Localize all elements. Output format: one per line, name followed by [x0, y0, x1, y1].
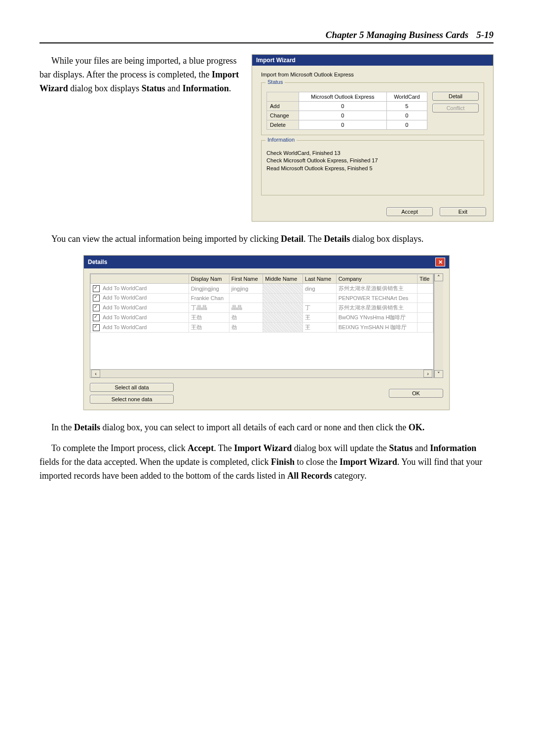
cell [417, 303, 433, 313]
table-row: Add To WorldCard 丁晶晶 晶晶 丁 苏州太湖水星游艇俱销售主 [91, 303, 433, 313]
cell: 丁晶晶 [189, 303, 229, 313]
col-title: Title [417, 274, 433, 284]
details-dialog: Details ✕ Display Nam First Name Middle … [83, 255, 450, 410]
cell [263, 294, 303, 303]
cell [303, 294, 336, 303]
status-fieldset: Status Microsoft Outlook Express WorldCa… [261, 82, 484, 135]
text: fields for the data accepted. When the u… [39, 457, 271, 467]
paragraph-2: You can view the actual information bein… [39, 232, 494, 246]
cell: 苏州太湖水星游艇俱销售主 [336, 284, 417, 294]
ok-button[interactable]: OK [389, 389, 443, 398]
text: . The [304, 234, 324, 244]
col-worldcard: WorldCard [386, 92, 427, 102]
cell: 晶晶 [229, 303, 263, 313]
row-label: Add To WorldCard [103, 314, 147, 320]
text-bold: OK. [409, 422, 425, 432]
info-line: Read Microsoft Outlook Express, Finished… [266, 165, 479, 172]
checkbox-icon[interactable] [93, 304, 100, 311]
table-row: Add To WorldCard 王劲 劲 王 BwONG YNvsHma H咖… [91, 313, 433, 323]
col-display: Display Nam [189, 274, 229, 284]
row-checkbox-cell[interactable]: Add To WorldCard [91, 294, 189, 303]
close-icon[interactable]: ✕ [435, 258, 445, 266]
cell: 丁 [303, 303, 336, 313]
cell: Dingjingjing [189, 284, 229, 294]
cell: jingjing [229, 284, 263, 294]
table-row: Add To WorldCard Frankie Chan PENPOWER T… [91, 294, 433, 303]
cell: 王 [303, 313, 336, 323]
scroll-down-icon[interactable]: ˅ [434, 370, 443, 378]
col-middle: Middle Name [263, 274, 303, 284]
cell: 0 [299, 102, 386, 111]
exit-button[interactable]: Exit [440, 207, 486, 216]
cell [417, 284, 433, 294]
text-bold: Information [430, 443, 476, 453]
table-row: Add To WorldCard Dingjingjing jingjing d… [91, 284, 433, 294]
text: In the [51, 422, 74, 432]
row-checkbox-cell[interactable]: Add To WorldCard [91, 284, 189, 294]
text: . The [214, 443, 234, 453]
cell [263, 313, 303, 323]
cell [263, 323, 303, 333]
col-first: First Name [229, 274, 263, 284]
page-header: Chapter 5 Managing Business Cards 5-19 [39, 30, 494, 43]
select-all-button[interactable]: Select all data [90, 383, 174, 392]
table-row: Change 0 0 [267, 111, 427, 120]
cell: ding [303, 284, 336, 294]
info-line: Check WorldCard, Finished 13 [266, 150, 479, 157]
table-row: Add 0 5 [267, 102, 427, 111]
scroll-left-icon[interactable]: ‹ [91, 370, 100, 378]
scroll-up-icon[interactable]: ˄ [434, 273, 443, 281]
select-none-button[interactable]: Select none data [90, 395, 174, 404]
vertical-scrollbar[interactable]: ˄ ˅ [434, 273, 443, 378]
text: dialog box will update the [292, 443, 389, 453]
text: . [229, 83, 231, 93]
cell: 5 [386, 102, 427, 111]
text-bold: Information [183, 83, 229, 93]
scroll-right-icon[interactable]: › [423, 370, 432, 378]
text-bold: Import Wizard [340, 457, 397, 467]
col-company: Company [336, 274, 417, 284]
text-bold: Details [74, 422, 100, 432]
text: dialog box displays [68, 83, 142, 93]
col-blank [267, 92, 299, 102]
cell: 0 [386, 111, 427, 120]
accept-button[interactable]: Accept [386, 207, 433, 216]
text: You can view the actual information bein… [51, 234, 281, 244]
text: dialog box displays. [350, 234, 423, 244]
row-label: Add To WorldCard [103, 304, 147, 310]
cell [263, 284, 303, 294]
col-last: Last Name [303, 274, 336, 284]
import-wizard-dialog: Import Wizard Import from Microsoft Outl… [252, 54, 494, 222]
cell: PENPOWER TECHNArt Des [336, 294, 417, 303]
checkbox-icon[interactable] [93, 314, 100, 321]
table-row: Add To WorldCard 王劲 劲 王 BEIXNG YmSHAN H … [91, 323, 433, 333]
cell: 0 [386, 120, 427, 130]
cell [229, 294, 263, 303]
row-checkbox-cell[interactable]: Add To WorldCard [91, 313, 189, 323]
cell: 王劲 [189, 313, 229, 323]
row-label: Change [267, 111, 299, 120]
horizontal-scrollbar[interactable]: ‹ › [90, 370, 434, 378]
cell: 0 [299, 120, 386, 130]
checkbox-icon[interactable] [93, 324, 100, 331]
row-label: Add To WorldCard [103, 324, 147, 330]
text: To complete the Import process, click [51, 443, 188, 453]
row-label: Add To WorldCard [103, 295, 147, 301]
text: to close the [295, 457, 340, 467]
checkbox-icon[interactable] [93, 295, 100, 302]
text-bold: Detail [281, 234, 304, 244]
text: dialog box, you can select to import all… [100, 422, 409, 432]
checkbox-icon[interactable] [93, 285, 100, 292]
cell: BwONG YNvsHma H咖啡厅 [336, 313, 417, 323]
cell: 0 [299, 111, 386, 120]
row-checkbox-cell[interactable]: Add To WorldCard [91, 303, 189, 313]
information-legend: Information [266, 137, 297, 143]
row-label: Add [267, 102, 299, 111]
cell: 劲 [229, 323, 263, 333]
detail-button[interactable]: Detail [432, 92, 479, 101]
information-fieldset: Information Check WorldCard, Finished 13… [261, 140, 484, 195]
cell: 劲 [229, 313, 263, 323]
paragraph-1: While your files are being imported, a b… [39, 54, 243, 96]
row-checkbox-cell[interactable]: Add To WorldCard [91, 323, 189, 333]
cell: 苏州太湖水星游艇俱销售主 [336, 303, 417, 313]
